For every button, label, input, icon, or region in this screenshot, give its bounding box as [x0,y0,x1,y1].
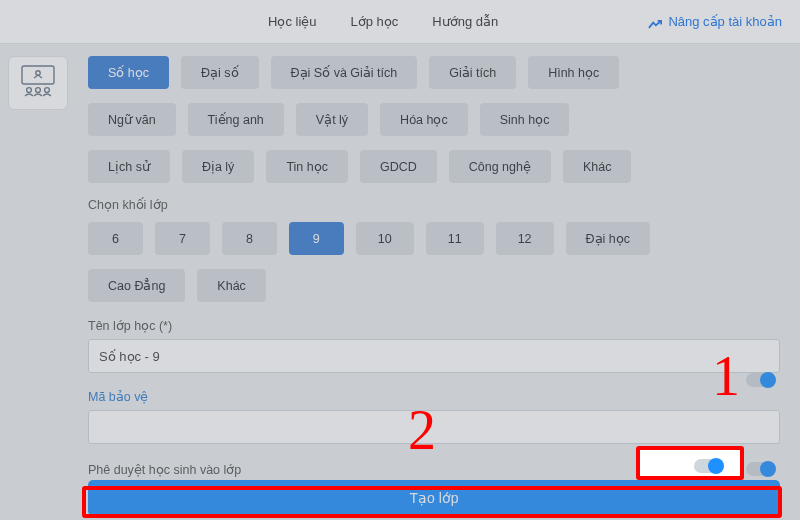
sidebar-icon-card[interactable] [8,56,68,110]
subject-chip-daiso-giaitich[interactable]: Đại Số và Giải tích [271,56,418,89]
toggle-knob [760,461,776,477]
subject-chip-sohoc[interactable]: Số học [88,56,169,89]
grade-chip-row-1: 6 7 8 9 10 11 12 Đại học [88,222,780,255]
subject-chip-daiso[interactable]: Đại số [181,56,259,89]
grade-chip-7[interactable]: 7 [155,222,210,255]
approve-toggle-highlight [700,459,728,477]
subject-chip-hinhhoc[interactable]: Hình học [528,56,619,89]
approve-toggle[interactable] [746,462,774,476]
nav-tabs: Học liệu Lớp học Hướng dẫn [268,14,498,29]
approve-label: Phê duyệt học sinh vào lớp [88,462,241,477]
class-name-label: Tên lớp học (*) [88,318,780,333]
upgrade-account-link[interactable]: Nâng cấp tài khoản [648,14,782,29]
upgrade-label: Nâng cấp tài khoản [668,14,782,29]
protect-code-row: Mã bảo vệ [88,373,780,410]
nav-tab-lophoc[interactable]: Lớp học [351,14,399,29]
class-name-input[interactable] [88,339,780,373]
subject-chip-vatly[interactable]: Vật lý [296,103,368,136]
grade-section-label: Chọn khối lớp [88,197,780,212]
subject-chip-row-1: Số học Đại số Đại Số và Giải tích Giải t… [88,56,780,89]
top-navbar: Học liệu Lớp học Hướng dẫn Nâng cấp tài … [0,0,800,44]
subject-chip-nguvan[interactable]: Ngữ văn [88,103,176,136]
grade-chip-9[interactable]: 9 [289,222,344,255]
subject-chip-tinhoc[interactable]: Tin học [266,150,348,183]
svg-point-3 [36,88,41,93]
svg-point-2 [27,88,32,93]
classroom-icon [18,64,58,102]
grade-chip-11[interactable]: 11 [426,222,484,255]
subject-chip-tienganh[interactable]: Tiếng anh [188,103,284,136]
subject-chip-row-3: Lịch sử Địa lý Tin học GDCD Công nghệ Kh… [88,150,780,183]
protect-code-toggle[interactable] [746,373,774,387]
grade-chip-12[interactable]: 12 [496,222,554,255]
grade-chip-khac[interactable]: Khác [197,269,266,302]
subject-chip-sinhhoc[interactable]: Sinh học [480,103,570,136]
grade-chip-8[interactable]: 8 [222,222,277,255]
toggle-knob [760,372,776,388]
grade-chip-10[interactable]: 10 [356,222,414,255]
nav-tab-hoclieu[interactable]: Học liệu [268,14,317,29]
subject-chip-khac[interactable]: Khác [563,150,632,183]
subject-chip-hoahoc[interactable]: Hóa học [380,103,468,136]
svg-point-4 [45,88,50,93]
nav-tab-huongdan[interactable]: Hướng dẫn [432,14,498,29]
grade-chip-daihoc[interactable]: Đại học [566,222,650,255]
subject-chip-lichsu[interactable]: Lịch sử [88,150,170,183]
subject-chip-row-2: Ngữ văn Tiếng anh Vật lý Hóa học Sinh họ… [88,103,780,136]
grade-chip-6[interactable]: 6 [88,222,143,255]
trend-up-icon [648,17,662,27]
protect-code-input[interactable] [88,410,780,444]
create-class-button[interactable]: Tạo lớp [88,480,780,516]
subject-chip-giaitich[interactable]: Giải tích [429,56,516,89]
subject-chip-dialy[interactable]: Địa lý [182,150,254,183]
grade-chip-caodang[interactable]: Cao Đẳng [88,269,185,302]
protect-code-label[interactable]: Mã bảo vệ [88,389,148,404]
grade-chip-row-2: Cao Đẳng Khác [88,269,780,302]
subject-chip-gdcd[interactable]: GDCD [360,150,437,183]
subject-chip-congnghe[interactable]: Công nghệ [449,150,551,183]
